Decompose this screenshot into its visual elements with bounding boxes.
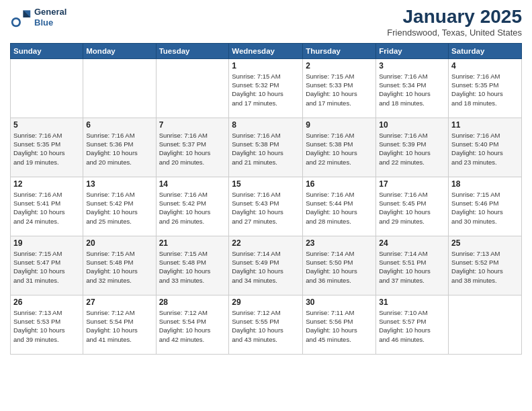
week-row-3: 12Sunrise: 7:16 AM Sunset: 5:41 PM Dayli… — [11, 177, 522, 236]
day-info: Sunrise: 7:12 AM Sunset: 5:54 PM Dayligh… — [86, 308, 152, 344]
week-row-2: 5Sunrise: 7:16 AM Sunset: 5:35 PM Daylig… — [11, 118, 522, 177]
day-cell: 5Sunrise: 7:16 AM Sunset: 5:35 PM Daylig… — [11, 118, 83, 177]
day-info: Sunrise: 7:13 AM Sunset: 5:52 PM Dayligh… — [451, 249, 519, 285]
day-info: Sunrise: 7:16 AM Sunset: 5:45 PM Dayligh… — [379, 190, 445, 226]
day-cell: 16Sunrise: 7:16 AM Sunset: 5:44 PM Dayli… — [303, 177, 376, 236]
day-info: Sunrise: 7:16 AM Sunset: 5:38 PM Dayligh… — [232, 131, 300, 167]
page: General Blue January 2025 Friendswood, T… — [0, 0, 532, 411]
day-cell: 1Sunrise: 7:15 AM Sunset: 5:32 PM Daylig… — [229, 58, 303, 118]
day-cell: 19Sunrise: 7:15 AM Sunset: 5:47 PM Dayli… — [11, 236, 83, 295]
day-info: Sunrise: 7:16 AM Sunset: 5:35 PM Dayligh… — [13, 131, 80, 167]
day-number: 5 — [13, 120, 80, 130]
day-info: Sunrise: 7:15 AM Sunset: 5:48 PM Dayligh… — [86, 249, 152, 285]
day-cell: 8Sunrise: 7:16 AM Sunset: 5:38 PM Daylig… — [229, 118, 303, 177]
day-number: 22 — [232, 238, 300, 248]
day-info: Sunrise: 7:15 AM Sunset: 5:46 PM Dayligh… — [451, 190, 519, 226]
day-number: 20 — [86, 238, 152, 248]
day-cell — [449, 295, 522, 354]
day-cell: 18Sunrise: 7:15 AM Sunset: 5:46 PM Dayli… — [449, 177, 522, 236]
day-cell: 24Sunrise: 7:14 AM Sunset: 5:51 PM Dayli… — [376, 236, 449, 295]
day-number: 15 — [232, 179, 300, 189]
weekday-header-sunday: Sunday — [11, 43, 83, 58]
day-cell — [11, 58, 83, 118]
day-cell: 3Sunrise: 7:16 AM Sunset: 5:34 PM Daylig… — [376, 58, 449, 118]
day-info: Sunrise: 7:13 AM Sunset: 5:53 PM Dayligh… — [13, 308, 80, 344]
day-number: 17 — [379, 179, 445, 189]
day-number: 8 — [232, 120, 300, 130]
day-cell: 9Sunrise: 7:16 AM Sunset: 5:38 PM Daylig… — [303, 118, 376, 177]
day-number: 24 — [379, 238, 445, 248]
day-info: Sunrise: 7:16 AM Sunset: 5:34 PM Dayligh… — [379, 72, 445, 107]
logo: General Blue — [10, 7, 66, 28]
day-info: Sunrise: 7:15 AM Sunset: 5:33 PM Dayligh… — [306, 72, 373, 107]
day-cell: 15Sunrise: 7:16 AM Sunset: 5:43 PM Dayli… — [229, 177, 303, 236]
day-cell: 11Sunrise: 7:16 AM Sunset: 5:40 PM Dayli… — [449, 118, 522, 177]
day-info: Sunrise: 7:14 AM Sunset: 5:51 PM Dayligh… — [379, 249, 445, 285]
day-number: 12 — [13, 179, 80, 189]
weekday-header-wednesday: Wednesday — [229, 43, 303, 58]
weekday-header-thursday: Thursday — [303, 43, 376, 58]
day-number: 25 — [451, 238, 519, 248]
day-number: 30 — [306, 298, 373, 307]
calendar: SundayMondayTuesdayWednesdayThursdayFrid… — [10, 43, 522, 355]
location: Friendswood, Texas, United States — [387, 28, 522, 38]
weekday-header-saturday: Saturday — [449, 43, 522, 58]
day-number: 19 — [13, 238, 80, 248]
day-number: 31 — [379, 298, 445, 307]
day-info: Sunrise: 7:16 AM Sunset: 5:42 PM Dayligh… — [159, 190, 226, 226]
weekday-header-friday: Friday — [376, 43, 449, 58]
day-number: 2 — [306, 61, 373, 71]
svg-point-4 — [13, 19, 19, 26]
month-title: January 2025 — [387, 7, 522, 28]
day-info: Sunrise: 7:16 AM Sunset: 5:36 PM Dayligh… — [86, 131, 152, 167]
day-cell: 4Sunrise: 7:16 AM Sunset: 5:35 PM Daylig… — [449, 58, 522, 118]
day-info: Sunrise: 7:16 AM Sunset: 5:41 PM Dayligh… — [13, 190, 80, 226]
day-cell: 22Sunrise: 7:14 AM Sunset: 5:49 PM Dayli… — [229, 236, 303, 295]
day-cell — [83, 58, 156, 118]
day-cell: 25Sunrise: 7:13 AM Sunset: 5:52 PM Dayli… — [449, 236, 522, 295]
day-info: Sunrise: 7:16 AM Sunset: 5:43 PM Dayligh… — [232, 190, 300, 226]
week-row-4: 19Sunrise: 7:15 AM Sunset: 5:47 PM Dayli… — [11, 236, 522, 295]
day-number: 10 — [379, 120, 445, 130]
weekday-header-monday: Monday — [83, 43, 156, 58]
day-info: Sunrise: 7:16 AM Sunset: 5:42 PM Dayligh… — [86, 190, 152, 226]
day-cell: 27Sunrise: 7:12 AM Sunset: 5:54 PM Dayli… — [83, 295, 156, 354]
day-number: 9 — [306, 120, 373, 130]
day-cell: 23Sunrise: 7:14 AM Sunset: 5:50 PM Dayli… — [303, 236, 376, 295]
day-cell: 26Sunrise: 7:13 AM Sunset: 5:53 PM Dayli… — [11, 295, 83, 354]
day-number: 7 — [159, 120, 226, 130]
day-cell: 28Sunrise: 7:12 AM Sunset: 5:54 PM Dayli… — [156, 295, 229, 354]
day-cell: 20Sunrise: 7:15 AM Sunset: 5:48 PM Dayli… — [83, 236, 156, 295]
day-info: Sunrise: 7:16 AM Sunset: 5:38 PM Dayligh… — [306, 131, 373, 167]
day-cell: 6Sunrise: 7:16 AM Sunset: 5:36 PM Daylig… — [83, 118, 156, 177]
day-number: 16 — [306, 179, 373, 189]
day-cell: 21Sunrise: 7:15 AM Sunset: 5:48 PM Dayli… — [156, 236, 229, 295]
logo-line2: Blue — [34, 17, 66, 28]
day-cell: 13Sunrise: 7:16 AM Sunset: 5:42 PM Dayli… — [83, 177, 156, 236]
day-info: Sunrise: 7:15 AM Sunset: 5:47 PM Dayligh… — [13, 249, 80, 285]
day-cell: 12Sunrise: 7:16 AM Sunset: 5:41 PM Dayli… — [11, 177, 83, 236]
day-number: 23 — [306, 238, 373, 248]
logo-line1: General — [34, 7, 66, 17]
day-number: 27 — [86, 298, 152, 307]
weekday-header-row: SundayMondayTuesdayWednesdayThursdayFrid… — [11, 43, 522, 58]
day-number: 3 — [379, 61, 445, 71]
day-info: Sunrise: 7:10 AM Sunset: 5:57 PM Dayligh… — [379, 308, 445, 344]
week-row-5: 26Sunrise: 7:13 AM Sunset: 5:53 PM Dayli… — [11, 295, 522, 354]
day-cell — [156, 58, 229, 118]
day-cell: 29Sunrise: 7:12 AM Sunset: 5:55 PM Dayli… — [229, 295, 303, 354]
header: General Blue January 2025 Friendswood, T… — [10, 7, 522, 38]
day-cell: 10Sunrise: 7:16 AM Sunset: 5:39 PM Dayli… — [376, 118, 449, 177]
day-number: 28 — [159, 298, 226, 307]
day-info: Sunrise: 7:15 AM Sunset: 5:32 PM Dayligh… — [232, 72, 300, 107]
day-info: Sunrise: 7:14 AM Sunset: 5:49 PM Dayligh… — [232, 249, 300, 285]
week-row-1: 1Sunrise: 7:15 AM Sunset: 5:32 PM Daylig… — [11, 58, 522, 118]
day-info: Sunrise: 7:16 AM Sunset: 5:35 PM Dayligh… — [451, 72, 519, 107]
day-number: 29 — [232, 298, 300, 307]
day-info: Sunrise: 7:12 AM Sunset: 5:55 PM Dayligh… — [232, 308, 300, 344]
day-number: 1 — [232, 61, 300, 71]
day-info: Sunrise: 7:11 AM Sunset: 5:56 PM Dayligh… — [306, 308, 373, 344]
day-info: Sunrise: 7:16 AM Sunset: 5:39 PM Dayligh… — [379, 131, 445, 167]
day-info: Sunrise: 7:16 AM Sunset: 5:44 PM Dayligh… — [306, 190, 373, 226]
day-number: 13 — [86, 179, 152, 189]
